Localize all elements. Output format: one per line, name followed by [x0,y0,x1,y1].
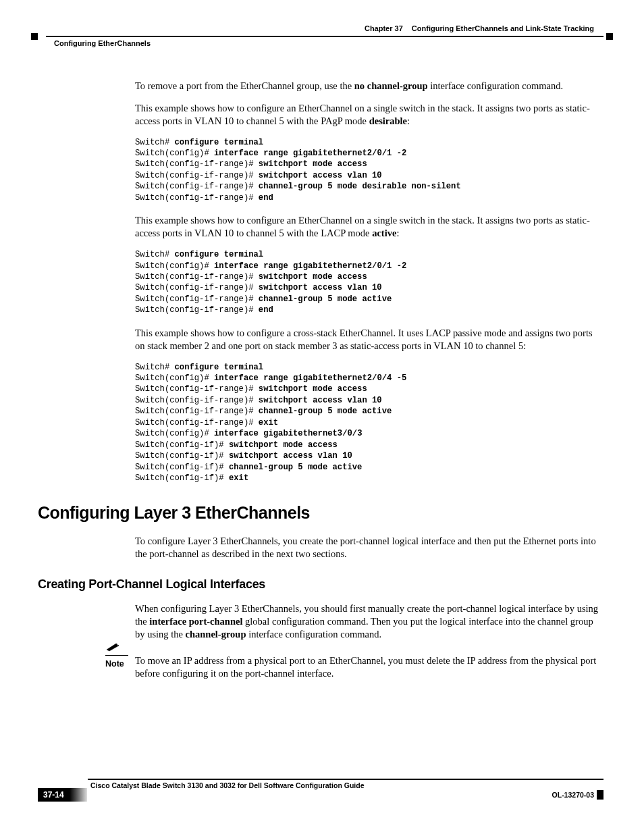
header-rule-left [41,36,50,37]
body-paragraph: This example shows how to configure an E… [135,214,599,240]
body-paragraph: To configure Layer 3 EtherChannels, you … [135,535,599,561]
chapter-number: Chapter 37 [365,24,403,32]
header-rule [46,36,603,37]
body-paragraph: This example shows how to configure a cr… [135,327,599,353]
code-example: Switch# configure terminal Switch(config… [135,137,599,204]
footer-rule [88,779,603,780]
section-heading: Configuring Layer 3 EtherChannels [38,503,599,523]
note-label: Note [105,659,124,669]
command-inline: no channel-group [354,80,428,91]
subsection-heading: Creating Port-Channel Logical Interfaces [38,577,599,592]
note-block: Note To move an IP address from a physic… [135,654,599,680]
document-number: OL-13270-03 [552,791,594,799]
footer-book-title: Cisco Catalyst Blade Switch 3130 and 303… [90,781,365,789]
note-text: To move an IP address from a physical po… [135,654,599,680]
body-paragraph: This example shows how to configure an E… [135,102,599,128]
note-label-column: Note [105,642,132,670]
footer-bar [597,790,603,800]
running-section: Configuring EtherChannels [54,39,151,47]
body-paragraph: To remove a port from the EtherChannel g… [135,80,599,93]
mode-inline: desirable [369,115,407,126]
code-example: Switch# configure terminal Switch(config… [135,362,599,484]
page-number: 37-14 [38,788,70,802]
code-example: Switch# configure terminal Switch(config… [135,249,599,316]
page-content: To remove a port from the EtherChannel g… [135,80,599,680]
body-paragraph: When configuring Layer 3 EtherChannels, … [135,602,599,641]
note-underline [105,655,128,656]
command-inline: channel-group [186,629,246,640]
header-chapter: Chapter 37 Configuring EtherChannels and… [365,24,594,32]
pencil-icon [105,642,132,654]
mode-inline: active [372,228,396,238]
page-footer: Cisco Catalyst Blade Switch 3130 and 303… [0,779,644,810]
command-inline: interface port-channel [149,616,242,627]
chapter-title: Configuring EtherChannels and Link-State… [412,24,594,32]
